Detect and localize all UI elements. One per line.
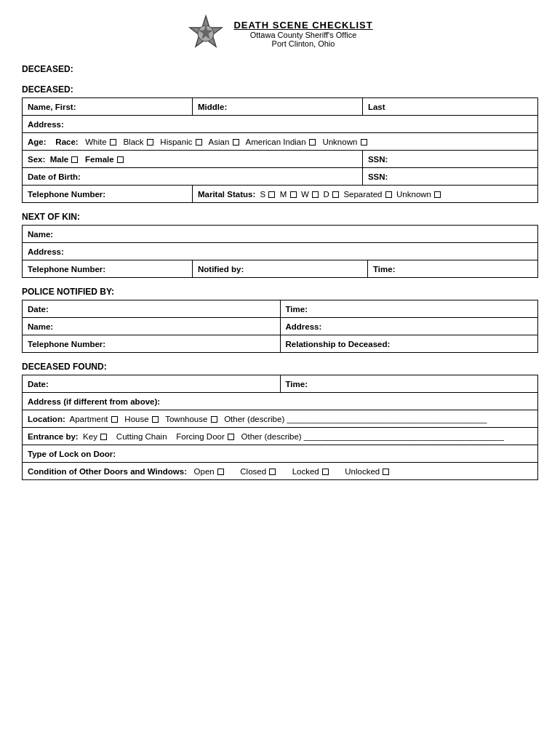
- marital-cell: Marital Status: S M W D Separated Unknow…: [192, 186, 537, 203]
- apt-cb[interactable]: [111, 416, 118, 423]
- key-cb[interactable]: [100, 434, 107, 440]
- ssn-cell2: SSN:: [362, 168, 537, 186]
- sheriff-badge-icon: [187, 15, 225, 52]
- found-time-cell: Time:: [280, 375, 538, 393]
- org-location: Port Clinton, Ohio: [233, 39, 372, 48]
- header-text: DEATH SCENE CHECKLIST Ottawa County Sher…: [233, 20, 372, 48]
- townhouse-cb[interactable]: [211, 416, 217, 423]
- found-table: Date: Time: Address (if different from a…: [22, 375, 538, 480]
- kin-section-label: NEXT OF KIN:: [22, 212, 538, 222]
- middle-cell: Middle:: [192, 98, 362, 116]
- location-row: Location: Apartment House Townhouse Othe…: [23, 410, 538, 428]
- m-cb[interactable]: [290, 191, 297, 198]
- police-table: Date: Time: Name: Address: Telephone Num…: [22, 300, 538, 353]
- locked-cb[interactable]: [322, 469, 329, 475]
- police-time-cell: Time:: [280, 300, 538, 318]
- unknown-race-cb[interactable]: [361, 139, 367, 146]
- police-date-cell: Date:: [23, 300, 281, 318]
- found-section-label: DECEASED FOUND:: [22, 362, 538, 372]
- kin-address-row: Address:: [23, 243, 538, 260]
- white-cb[interactable]: [110, 139, 116, 146]
- page-header: DEATH SCENE CHECKLIST Ottawa County Sher…: [22, 15, 538, 52]
- door-condition-row: Condition of Other Doors and Windows: Op…: [23, 463, 538, 480]
- form-title: DEATH SCENE CHECKLIST: [233, 20, 372, 31]
- d-cb[interactable]: [332, 191, 339, 198]
- forcing-door-cb[interactable]: [228, 434, 234, 440]
- unk-marital-cb[interactable]: [434, 191, 441, 198]
- police-rel-cell: Relationship to Deceased:: [280, 335, 538, 353]
- police-name-cell: Name:: [23, 318, 281, 335]
- last-cell: Last: [362, 98, 537, 116]
- closed-cb[interactable]: [269, 469, 276, 475]
- kin-time-cell: Time:: [368, 260, 538, 278]
- asian-cb[interactable]: [233, 139, 239, 146]
- police-address-cell: Address:: [280, 318, 538, 335]
- found-address-row: Address (if different from above):: [23, 393, 538, 410]
- kin-table: Name: Address: Telephone Number: Notifie…: [22, 225, 538, 278]
- sep-cb[interactable]: [385, 191, 392, 198]
- address-row: Address:: [23, 116, 538, 133]
- w-cb[interactable]: [312, 191, 319, 198]
- kin-tel-cell: Telephone Number:: [23, 260, 193, 278]
- deceased-form: Name, First: Middle: Last Address: Age: …: [22, 97, 538, 203]
- kin-notified-cell: Notified by:: [192, 260, 367, 278]
- name-first-cell: Name, First:: [23, 98, 193, 116]
- police-section-label: POLICE NOTIFIED BY:: [22, 287, 538, 297]
- male-cb[interactable]: [71, 156, 78, 163]
- lock-type-row: Type of Lock on Door:: [23, 445, 538, 463]
- s-cb[interactable]: [268, 191, 275, 198]
- kin-name-row: Name:: [23, 226, 538, 243]
- am-indian-cb[interactable]: [309, 139, 316, 146]
- tel-cell: Telephone Number:: [23, 186, 193, 203]
- org-name: Ottawa County Sheriff's Office: [233, 31, 372, 39]
- entrance-row: Entrance by: Key Cutting Chain Forcing D…: [23, 428, 538, 445]
- hispanic-cb[interactable]: [196, 139, 202, 146]
- police-tel-cell: Telephone Number:: [23, 335, 281, 353]
- deceased-section-label: DECEASED:: [22, 64, 538, 74]
- house-cb[interactable]: [152, 416, 159, 423]
- deceased-label: DECEASED:: [22, 84, 538, 95]
- black-cb[interactable]: [147, 139, 153, 146]
- open-cb[interactable]: [217, 469, 224, 475]
- age-race-row: Age: Race: White Black Hispanic Asian Am…: [23, 133, 538, 151]
- sex-cell: Sex: Male Female: [23, 151, 363, 168]
- found-date-cell: Date:: [23, 375, 281, 393]
- unlocked-cb[interactable]: [383, 469, 389, 475]
- ssn-cell: SSN:: [362, 151, 537, 168]
- dob-cell: Date of Birth:: [23, 168, 363, 186]
- female-cb[interactable]: [117, 156, 124, 163]
